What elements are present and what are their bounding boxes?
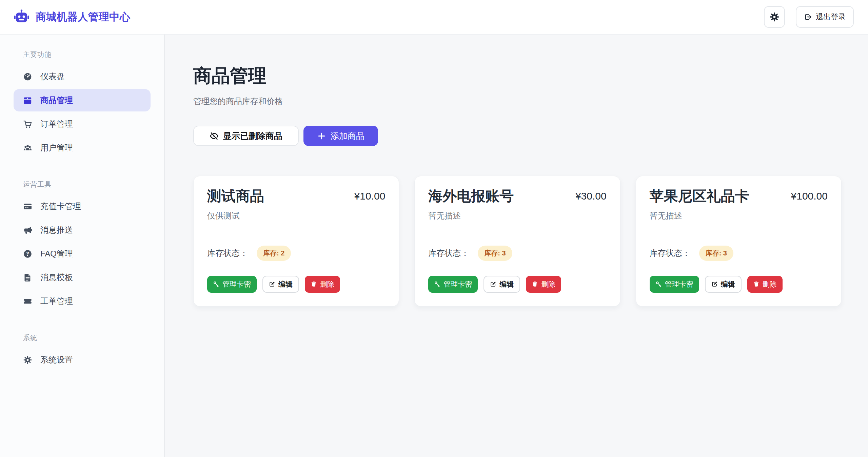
section-label: 主要功能 [23,50,164,59]
sidebar-item-label: 消息推送 [40,225,73,235]
delete-button[interactable]: 删除 [747,276,783,293]
bullhorn-icon [23,226,32,235]
sidebar-section-main: 主要功能 仪表盘 商品管理 订单管理 用户管理 [0,50,164,159]
gauge-icon [23,72,32,81]
manage-cards-button[interactable]: 管理卡密 [650,276,699,293]
logout-button[interactable]: 退出登录 [796,6,854,28]
show-deleted-button[interactable]: 显示已删除商品 [193,126,299,146]
edit-icon [490,281,496,287]
sidebar-item-label: 订单管理 [40,119,73,129]
stock-row: 库存状态： 库存: 3 [428,246,606,261]
delete-label: 删除 [320,279,334,289]
product-name: 测试商品 [207,187,264,206]
sidebar-item-products[interactable]: 商品管理 [14,89,151,111]
sidebar-item-users[interactable]: 用户管理 [14,137,151,159]
robot-icon [14,9,29,25]
edit-icon [711,281,718,287]
cart-icon [23,120,32,129]
page-subtitle: 管理您的商品库存和价格 [193,96,842,107]
eye-slash-icon [210,131,219,141]
edit-button[interactable]: 编辑 [262,276,299,293]
plus-icon [317,131,326,141]
product-card: 测试商品 ¥10.00 仅供测试 库存状态： 库存: 2 管理卡密 编辑 [193,176,399,307]
trash-icon [532,281,538,287]
manage-cards-button[interactable]: 管理卡密 [428,276,478,293]
product-name: 海外电报账号 [428,187,514,206]
ticket-icon [23,297,32,306]
sidebar-item-system-settings[interactable]: 系统设置 [14,349,151,371]
delete-button[interactable]: 删除 [305,276,340,293]
sidebar-item-label: 工单管理 [40,296,73,307]
stock-row: 库存状态： 库存: 3 [650,246,828,261]
manage-cards-label: 管理卡密 [222,279,251,289]
edit-label: 编辑 [278,279,293,289]
delete-label: 删除 [763,279,777,289]
product-price: ¥100.00 [791,190,828,202]
delete-button[interactable]: 删除 [526,276,561,293]
product-description: 暂无描述 [428,210,606,237]
stock-badge: 库存: 3 [478,246,512,261]
sidebar-item-orders[interactable]: 订单管理 [14,113,151,135]
stock-badge: 库存: 2 [257,246,291,261]
sidebar: 主要功能 仪表盘 商品管理 订单管理 用户管理 运营工具 充值卡管理 [0,35,165,457]
app-title: 商城机器人管理中心 [36,10,130,24]
page-title: 商品管理 [193,64,842,88]
question-circle-icon [23,249,32,258]
show-deleted-label: 显示已删除商品 [223,130,282,142]
product-card: 海外电报账号 ¥30.00 暂无描述 库存状态： 库存: 3 管理卡密 编辑 [414,176,620,307]
sidebar-section-system: 系统 系统设置 [0,333,164,371]
manage-cards-label: 管理卡密 [443,279,472,289]
product-card-grid: 测试商品 ¥10.00 仅供测试 库存状态： 库存: 2 管理卡密 编辑 [193,176,842,307]
edit-label: 编辑 [499,279,514,289]
main-content: 商品管理 管理您的商品库存和价格 显示已删除商品 添加商品 测试商品 ¥10.0… [165,35,868,457]
product-name: 苹果尼区礼品卡 [650,187,749,206]
stock-badge: 库存: 3 [699,246,733,261]
sidebar-item-faq[interactable]: FAQ管理 [14,243,151,265]
sidebar-item-push-messages[interactable]: 消息推送 [14,219,151,241]
file-icon [23,273,32,282]
sidebar-item-label: 商品管理 [40,95,73,106]
brand: 商城机器人管理中心 [14,9,130,25]
manage-cards-label: 管理卡密 [665,279,693,289]
manage-cards-button[interactable]: 管理卡密 [207,276,257,293]
edit-label: 编辑 [721,279,735,289]
sidebar-item-tickets[interactable]: 工单管理 [14,290,151,312]
key-icon [213,281,219,287]
product-price: ¥10.00 [354,190,386,202]
card-header: 测试商品 ¥10.00 [207,187,385,206]
sidebar-item-label: 仪表盘 [40,71,65,82]
sidebar-item-label: 系统设置 [40,354,73,365]
section-label: 运营工具 [23,180,164,189]
edit-icon [269,281,275,287]
add-product-button[interactable]: 添加商品 [303,126,378,146]
product-card: 苹果尼区礼品卡 ¥100.00 暂无描述 库存状态： 库存: 3 管理卡密 编辑 [636,176,842,307]
toolbar: 显示已删除商品 添加商品 [193,126,842,146]
sidebar-item-label: 充值卡管理 [40,201,81,212]
gear-icon [769,12,780,22]
app-header: 商城机器人管理中心 退出登录 [0,0,868,35]
stock-label: 库存状态： [428,248,469,258]
card-header: 海外电报账号 ¥30.00 [428,187,606,206]
sidebar-item-message-templates[interactable]: 消息模板 [14,266,151,289]
sign-out-icon [804,13,812,21]
edit-button[interactable]: 编辑 [705,276,742,293]
card-actions: 管理卡密 编辑 删除 [207,276,385,293]
trash-icon [753,281,760,287]
edit-button[interactable]: 编辑 [484,276,520,293]
stock-label: 库存状态： [207,248,248,258]
settings-button[interactable] [764,6,785,28]
users-icon [23,143,32,152]
stock-row: 库存状态： 库存: 2 [207,246,385,261]
sidebar-item-label: 消息模板 [40,272,73,283]
card-header: 苹果尼区礼品卡 ¥100.00 [650,187,828,206]
trash-icon [311,281,317,287]
gear-icon [23,355,32,365]
card-actions: 管理卡密 编辑 删除 [650,276,828,293]
sidebar-item-label: 用户管理 [40,142,73,153]
product-description: 仅供测试 [207,210,385,237]
product-price: ¥30.00 [575,190,607,202]
credit-card-icon [23,202,32,211]
stock-label: 库存状态： [650,248,690,258]
sidebar-item-recharge-cards[interactable]: 充值卡管理 [14,195,151,217]
sidebar-item-dashboard[interactable]: 仪表盘 [14,65,151,88]
